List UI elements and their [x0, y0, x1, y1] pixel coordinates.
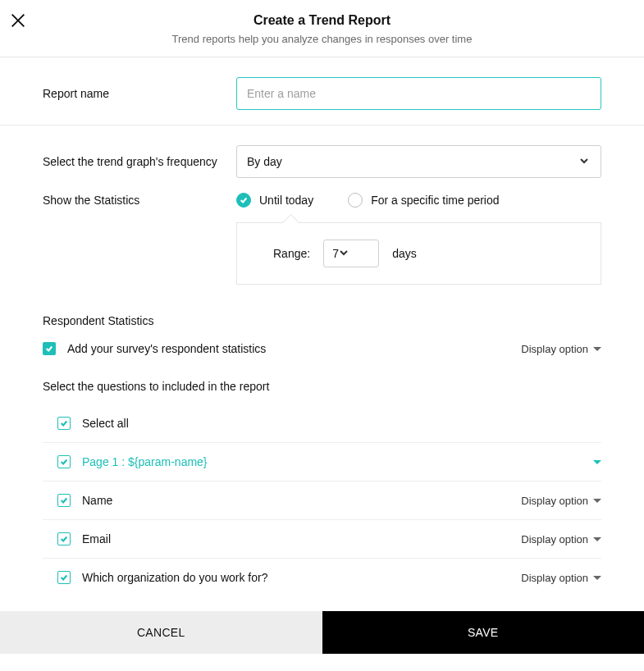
display-option-label: Display option — [521, 495, 588, 507]
respondent-checkbox-label: Add your survey's respondent statistics — [67, 342, 266, 355]
check-icon — [60, 573, 68, 582]
display-option-label: Display option — [521, 533, 588, 545]
dialog-subtitle: Trend reports help you analyze changes i… — [0, 33, 644, 45]
question-label: Email — [82, 532, 509, 545]
radio-until-today[interactable]: Until today — [236, 193, 313, 208]
close-icon — [9, 11, 27, 30]
report-name-input[interactable] — [236, 77, 601, 110]
close-button[interactable] — [8, 11, 28, 31]
cancel-button[interactable]: CANCEL — [0, 611, 322, 654]
check-icon — [60, 496, 68, 504]
chevron-down-icon — [339, 247, 349, 260]
question-label: Name — [82, 494, 509, 507]
expand-page-button[interactable] — [593, 460, 601, 464]
caret-down-icon — [593, 499, 601, 503]
radio-specific-period[interactable]: For a specific time period — [348, 193, 499, 208]
question-display-option[interactable]: Display option — [521, 572, 601, 584]
question-label: Which organization do you work for? — [82, 571, 509, 584]
caret-down-icon — [593, 347, 601, 351]
respondent-display-option[interactable]: Display option — [521, 343, 601, 355]
range-select[interactable]: 7 — [323, 240, 379, 267]
frequency-value: By day — [247, 155, 282, 168]
questions-heading: Select the questions to included in the … — [43, 380, 601, 393]
range-label: Range: — [273, 247, 310, 260]
check-icon — [60, 458, 68, 466]
statistics-label: Show the Statistics — [43, 194, 236, 207]
range-unit: days — [392, 247, 417, 260]
caret-down-icon — [593, 537, 601, 541]
check-icon — [60, 535, 68, 543]
question-checkbox[interactable] — [57, 494, 71, 507]
save-button[interactable]: SAVE — [322, 611, 645, 654]
question-display-option[interactable]: Display option — [521, 495, 601, 507]
range-value: 7 — [332, 247, 339, 260]
display-option-label: Display option — [521, 343, 588, 355]
select-all-label: Select all — [82, 417, 601, 430]
radio-until-today-label: Until today — [259, 194, 313, 207]
dialog-title: Create a Trend Report — [0, 13, 644, 28]
report-name-label: Report name — [43, 87, 236, 100]
frequency-label: Select the trend graph's frequency — [43, 155, 236, 168]
check-icon — [60, 419, 68, 427]
respondent-checkbox[interactable] — [43, 342, 56, 355]
range-panel: Range: 7 days — [236, 222, 601, 285]
select-all-checkbox[interactable] — [57, 417, 71, 430]
question-display-option[interactable]: Display option — [521, 533, 601, 545]
respondent-heading: Respondent Statistics — [43, 314, 601, 327]
page-checkbox[interactable] — [57, 455, 71, 468]
display-option-label: Display option — [521, 572, 588, 584]
chevron-down-icon — [579, 155, 589, 168]
check-icon — [240, 196, 248, 204]
question-checkbox[interactable] — [57, 571, 71, 584]
radio-specific-period-label: For a specific time period — [371, 194, 499, 207]
caret-down-icon — [593, 576, 601, 580]
check-icon — [45, 345, 53, 353]
frequency-select[interactable]: By day — [236, 145, 601, 178]
page-label: Page 1 : ${param-name} — [82, 455, 582, 468]
question-checkbox[interactable] — [57, 532, 71, 545]
